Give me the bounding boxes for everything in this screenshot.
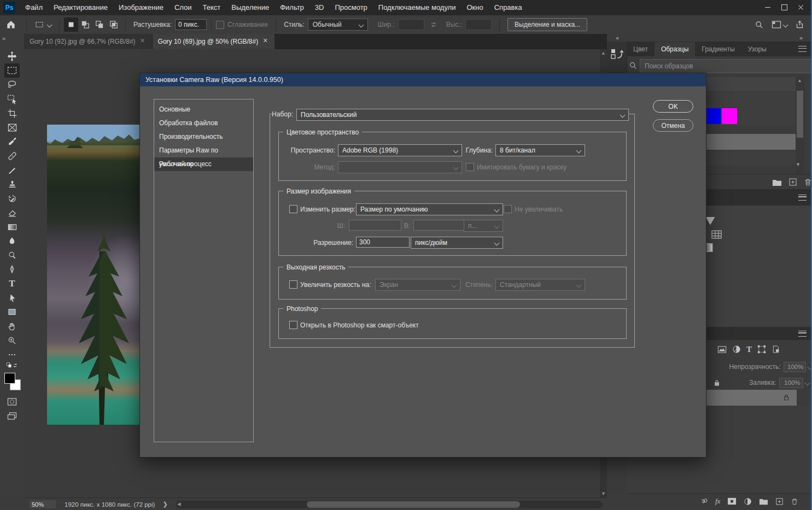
collapse-panels-left-icon[interactable]: « <box>616 34 618 41</box>
minimize-button[interactable] <box>760 0 776 14</box>
ok-button[interactable]: OK <box>653 100 693 113</box>
workspace-switcher-icon[interactable] <box>772 20 787 29</box>
selection-mode-subtract[interactable] <box>92 17 107 32</box>
tool-hand[interactable] <box>4 319 20 333</box>
menu-plugins[interactable]: Подключаемые модули <box>373 0 462 15</box>
resize-checkbox[interactable] <box>289 205 297 213</box>
category-raw-defaults[interactable]: Параметры Raw по умолчанию <box>154 144 253 157</box>
adjustment-layer-icon[interactable] <box>744 497 752 506</box>
tools-expand-icon[interactable]: » <box>2 35 4 42</box>
foreground-background-colors[interactable] <box>4 373 21 391</box>
tool-rectangular-marquee[interactable] <box>4 63 20 78</box>
menu-edit[interactable]: Редактирование <box>48 0 113 15</box>
link-layers-icon[interactable] <box>699 497 708 505</box>
scrollbar-thumb[interactable] <box>797 91 803 138</box>
filter-pixel-layers-icon[interactable] <box>717 345 727 354</box>
tool-eraser[interactable] <box>4 206 20 220</box>
collapse-panels-right-icon[interactable]: » <box>799 34 802 41</box>
menu-view[interactable]: Просмотр <box>329 0 372 15</box>
tool-rectangle-shape[interactable] <box>4 305 20 319</box>
resolution-input[interactable] <box>356 237 410 248</box>
selection-mode-new[interactable] <box>64 17 78 32</box>
lock-icon[interactable] <box>713 379 721 387</box>
tool-brush[interactable] <box>4 163 20 177</box>
tool-clone-stamp[interactable] <box>4 177 20 191</box>
cancel-button[interactable]: Отмена <box>653 119 693 132</box>
tool-spot-healing-brush[interactable] <box>4 149 20 163</box>
search-icon[interactable] <box>755 20 764 30</box>
tab-swatches[interactable]: Образцы <box>655 42 695 56</box>
default-and-swap-colors-icon[interactable] <box>4 361 20 371</box>
layer-mask-icon[interactable] <box>727 497 737 505</box>
document-tab-2[interactable]: Gory 10 (69).jpg @ 50% (RGB/8#) <box>153 34 275 49</box>
tool-move[interactable] <box>4 49 20 63</box>
layer-effects-icon[interactable]: fx <box>715 497 720 506</box>
category-performance[interactable]: Производительность <box>154 130 253 144</box>
tool-type[interactable]: T <box>4 277 20 291</box>
filter-smart-objects-icon[interactable] <box>772 345 780 354</box>
scroll-down-icon[interactable]: ▼ <box>796 162 801 167</box>
tool-gradient[interactable] <box>4 220 20 234</box>
delete-layer-icon[interactable] <box>791 497 798 506</box>
selection-mode-intersect[interactable] <box>107 17 121 32</box>
collapsed-panel-icon[interactable] <box>610 47 623 62</box>
tab-color[interactable]: Цвет <box>627 42 655 56</box>
foreground-color-chip[interactable] <box>4 373 15 384</box>
preset-dropdown[interactable]: Пользовательский <box>296 109 629 121</box>
filter-type-layers-icon[interactable]: T <box>746 345 752 354</box>
feather-input[interactable] <box>175 19 207 30</box>
library-grid-thumbnail[interactable] <box>711 230 722 239</box>
share-icon[interactable] <box>795 20 804 30</box>
library-triangle-thumbnail[interactable] <box>705 216 715 225</box>
open-as-smart-object-checkbox[interactable] <box>289 321 297 329</box>
maximize-button[interactable] <box>776 0 792 14</box>
depth-dropdown[interactable]: 8 бит/канал <box>495 144 585 156</box>
tool-dodge[interactable] <box>4 248 20 262</box>
tab-patterns[interactable]: Узоры <box>741 42 773 56</box>
tool-preset-chevron-icon[interactable] <box>47 22 52 27</box>
menu-select[interactable]: Выделение <box>226 0 274 15</box>
tab-close-icon[interactable] <box>262 38 269 45</box>
new-group-folder-icon[interactable] <box>772 178 782 186</box>
menu-window[interactable]: Окно <box>461 0 488 15</box>
new-group-icon[interactable] <box>759 497 768 505</box>
resize-dropdown[interactable]: Размер по умолчанию <box>356 203 503 215</box>
tool-preset-marquee-icon[interactable] <box>31 20 48 30</box>
tool-frame[interactable] <box>4 120 20 134</box>
close-button[interactable] <box>792 0 809 14</box>
tool-blur[interactable] <box>4 234 20 248</box>
panel-menu-icon[interactable] <box>798 195 807 201</box>
menu-filter[interactable]: Фильтр <box>274 0 309 15</box>
dialog-title-bar[interactable]: Установки Camera Raw (Версия 14.0.0.950) <box>140 73 706 86</box>
scroll-left-icon[interactable]: ◀ <box>177 501 181 507</box>
screen-mode-icon[interactable] <box>4 409 20 423</box>
menu-3d[interactable]: 3D <box>309 0 330 15</box>
space-dropdown[interactable]: Adobe RGB (1998) <box>338 144 462 156</box>
edit-toolbar-icon[interactable] <box>4 348 20 362</box>
menu-layers[interactable]: Слои <box>169 0 197 15</box>
tool-lasso[interactable] <box>4 78 20 92</box>
swatch-search-input[interactable] <box>640 59 812 73</box>
status-chevron-icon[interactable]: ❯ <box>162 501 167 508</box>
filter-adjustment-layers-icon[interactable] <box>732 345 741 354</box>
tool-pen[interactable] <box>4 262 20 277</box>
swatch-magenta[interactable] <box>722 108 737 124</box>
tool-crop[interactable] <box>4 106 20 120</box>
menu-file[interactable]: Файл <box>20 0 48 15</box>
tool-object-selection[interactable] <box>4 92 20 106</box>
scrollbar-thumb[interactable] <box>307 501 520 508</box>
menu-type[interactable]: Текст <box>197 0 226 15</box>
category-basic[interactable]: Основные <box>154 103 253 116</box>
resolution-unit-dropdown[interactable]: пикс/дюйм <box>411 237 503 249</box>
new-swatch-icon[interactable] <box>788 178 797 186</box>
panel-menu-icon[interactable] <box>798 46 807 52</box>
zoom-level-input[interactable] <box>30 500 56 508</box>
menu-help[interactable]: Справка <box>489 0 528 15</box>
tab-close-icon[interactable] <box>140 38 147 45</box>
select-and-mask-button[interactable]: Выделение и маска... <box>507 18 587 31</box>
quick-mask-icon[interactable] <box>4 395 20 409</box>
category-file-handling[interactable]: Обработка файлов <box>154 116 253 130</box>
sharpen-checkbox[interactable] <box>289 280 297 289</box>
document-tab-1[interactable]: Gory 10 (92).jpg @ 66,7% (RGB/8#) <box>24 34 153 49</box>
home-icon[interactable] <box>0 19 22 30</box>
